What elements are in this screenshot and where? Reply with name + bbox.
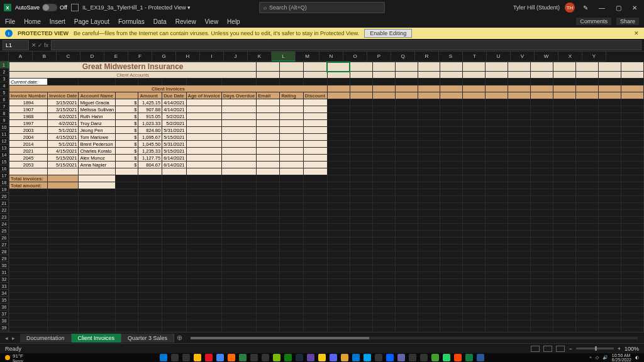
row-header[interactable]: 15 (0, 158, 9, 165)
minimize-button[interactable]: — (596, 2, 608, 13)
taskbar-app-icon[interactable] (386, 354, 394, 361)
row-header[interactable]: 21 (0, 200, 9, 207)
taskbar-app-icon[interactable] (352, 354, 360, 361)
col-header-H[interactable]: H (176, 52, 200, 62)
page-layout-view-icon[interactable] (543, 346, 552, 352)
normal-view-icon[interactable] (531, 346, 540, 352)
tray-chevron-icon[interactable]: ^ (590, 356, 592, 360)
tab-file[interactable]: File (5, 18, 15, 25)
tab-data[interactable]: Data (153, 18, 167, 25)
col-header-A[interactable]: A (9, 52, 33, 62)
taskbar-app-icon[interactable] (160, 354, 167, 361)
taskbar-app-icon[interactable] (454, 354, 462, 361)
enable-editing-button[interactable]: Enable Editing (364, 29, 412, 38)
col-header-B[interactable]: B (33, 52, 57, 62)
col-header-N[interactable]: N (319, 52, 343, 62)
col-header-M[interactable]: M (296, 52, 319, 62)
row-header[interactable]: 37 (0, 310, 9, 317)
taskbar-app-icon[interactable] (397, 354, 405, 361)
row-header[interactable]: 8 (0, 110, 9, 117)
row-header[interactable]: 24 (0, 221, 9, 228)
page-break-view-icon[interactable] (556, 346, 565, 352)
taskbar-app-icon[interactable] (239, 354, 247, 361)
save-icon[interactable] (71, 4, 79, 11)
taskbar-app-icon[interactable] (318, 354, 326, 361)
row-header[interactable]: 26 (0, 234, 9, 241)
sheet-prev-icon[interactable]: ◂ (5, 335, 8, 341)
row-header[interactable]: 22 (0, 207, 9, 214)
row-header[interactable]: 12 (0, 138, 9, 145)
row-header[interactable]: 28 (0, 248, 9, 255)
ribbon-options-icon[interactable]: ✎ (580, 2, 591, 13)
col-header-Y[interactable]: Y (582, 52, 606, 62)
tab-view[interactable]: View (205, 18, 219, 25)
tab-help[interactable]: Help (227, 18, 240, 25)
toggle-icon[interactable] (42, 4, 57, 11)
col-header-L[interactable]: L (272, 52, 296, 62)
row-header[interactable]: 5 (0, 89, 9, 96)
col-header-K[interactable]: K (248, 52, 272, 62)
col-header-F[interactable]: F (128, 52, 152, 62)
row-header[interactable]: 9 (0, 117, 9, 124)
row-header[interactable]: 10 (0, 124, 9, 131)
sheet-next-icon[interactable]: ▸ (12, 335, 15, 341)
col-header-D[interactable]: D (80, 52, 104, 62)
row-header[interactable]: 18 (0, 179, 9, 186)
taskbar-app-icon[interactable] (182, 354, 190, 361)
volume-icon[interactable]: 🔊 (602, 355, 608, 360)
taskbar-app-icon[interactable] (194, 354, 201, 361)
tab-insert[interactable]: Insert (50, 18, 65, 25)
row-header[interactable]: 32 (0, 276, 9, 283)
taskbar-app-icon[interactable] (216, 354, 224, 361)
col-header-T[interactable]: T (463, 52, 487, 62)
row-header[interactable]: 33 (0, 283, 9, 290)
sheet-tab-client-invoices[interactable]: Client Invoices (72, 334, 122, 343)
taskbar-app-icon[interactable] (307, 354, 314, 361)
col-header-V[interactable]: V (511, 52, 535, 62)
zoom-out-button[interactable]: − (569, 346, 572, 352)
col-header-I[interactable]: I (200, 52, 224, 62)
add-sheet-button[interactable]: ⊕ (174, 334, 184, 342)
weather-widget[interactable]: 91°F Sunny (5, 353, 23, 363)
row-header[interactable]: 7 (0, 103, 9, 110)
row-header[interactable]: 17 (0, 172, 9, 179)
enter-icon[interactable]: ✓ (38, 42, 43, 48)
taskbar-app-icon[interactable] (341, 354, 348, 361)
cancel-icon[interactable]: ✕ (31, 42, 36, 48)
protected-view-close-icon[interactable]: ✕ (634, 30, 639, 36)
zoom-in-button[interactable]: + (618, 346, 621, 352)
row-header[interactable]: 27 (0, 241, 9, 248)
autosave-toggle[interactable]: AutoSave Off (15, 4, 67, 11)
row-header[interactable]: 6 (0, 96, 9, 103)
col-header-J[interactable]: J (224, 52, 248, 62)
row-header[interactable]: 36 (0, 304, 9, 310)
share-button[interactable]: Share (616, 18, 639, 25)
tab-review[interactable]: Review (175, 18, 196, 25)
taskbar-app-icon[interactable] (228, 354, 235, 361)
row-header[interactable]: 16 (0, 165, 9, 172)
col-header-X[interactable]: X (558, 52, 582, 62)
taskbar-app-icon[interactable] (296, 354, 303, 361)
row-header[interactable]: 39 (0, 324, 9, 331)
taskbar-app-icon[interactable] (250, 354, 258, 361)
row-header[interactable]: 14 (0, 151, 9, 158)
taskbar-app-icon[interactable] (330, 354, 337, 361)
taskbar-app-icon[interactable] (431, 354, 439, 361)
col-header-O[interactable]: O (343, 52, 367, 62)
col-header-U[interactable]: U (487, 52, 511, 62)
taskbar-app-icon[interactable] (205, 354, 213, 361)
row-header[interactable]: 19 (0, 186, 9, 193)
taskbar-app-icon[interactable] (465, 354, 473, 361)
user-name[interactable]: Tyler Hill (Student) (513, 4, 560, 11)
avatar[interactable]: TH (565, 3, 575, 13)
row-header[interactable]: 29 (0, 255, 9, 262)
row-header[interactable]: 34 (0, 290, 9, 297)
row-header[interactable]: 35 (0, 297, 9, 304)
search-input[interactable]: ⌕ Search (Alt+Q) (259, 2, 385, 13)
row-header[interactable]: 11 (0, 131, 9, 138)
spreadsheet-grid[interactable]: ABCDEFGHIJKLMNOPQRSTUVWXY 12345678910111… (0, 52, 644, 338)
taskbar-app-icon[interactable] (477, 354, 484, 361)
col-header-S[interactable]: S (439, 52, 463, 62)
col-header-E[interactable]: E (104, 52, 128, 62)
tab-home[interactable]: Home (24, 18, 41, 25)
